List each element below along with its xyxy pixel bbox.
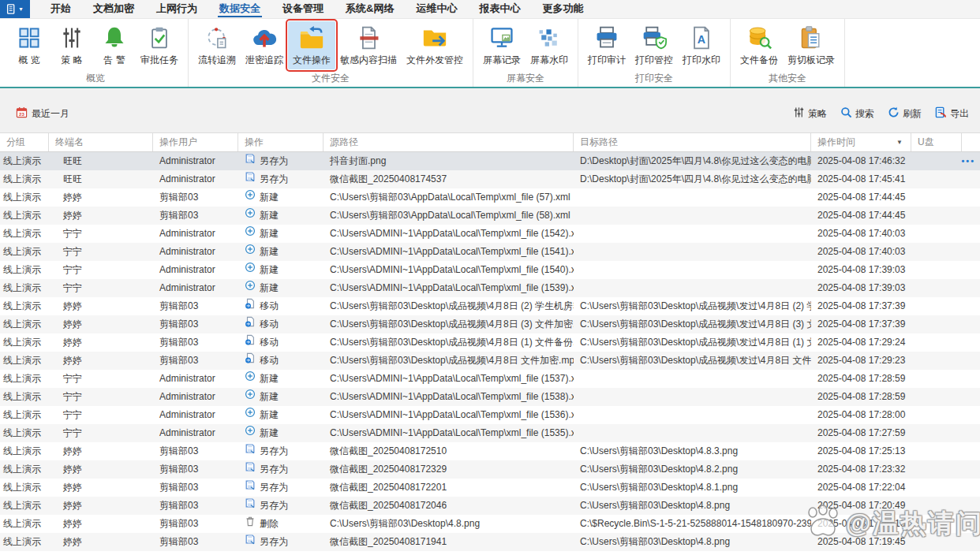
ribbon-item-policy-item[interactable]: 策 略 xyxy=(50,21,93,69)
column-header-label: 操作 xyxy=(245,136,264,147)
ribbon-item-label: 打印水印 xyxy=(683,54,720,67)
table-row[interactable]: 线上演示婷婷剪辑部03另存为微信截图_20250408172046C:\User… xyxy=(0,497,980,515)
export-button[interactable]: 导出 xyxy=(935,106,969,121)
operation-label: 移动 xyxy=(260,315,279,333)
ribbon-item-sensitive-content-scan[interactable]: 敏感内容扫描 xyxy=(335,21,402,69)
table-row[interactable]: 线上演示婷婷剪辑部03另存为微信截图_20250408172329C:\User… xyxy=(0,460,980,479)
table-row[interactable]: 线上演示婷婷剪辑部03新建C:\Users\剪辑部03\AppData\Loca… xyxy=(0,207,980,225)
table-row[interactable]: 线上演示婷婷剪辑部03移动C:\Users\剪辑部03\Desktop\成品视频… xyxy=(0,333,980,352)
cell-time: 2025-04-08 17:40:03 xyxy=(811,243,911,261)
cell-group: 线上演示 xyxy=(0,261,49,279)
cell-op: 另存为 xyxy=(238,442,324,460)
table-row[interactable]: 线上演示宁宁Administrator新建C:\Users\ADMINI~1\A… xyxy=(0,388,980,406)
tab-ops-center[interactable]: 运维中心 xyxy=(405,0,468,18)
table-row[interactable]: 线上演示婷婷剪辑部03移动C:\Users\剪辑部03\Desktop\成品视频… xyxy=(0,352,980,370)
column-header-label: 源路径 xyxy=(330,136,358,147)
cell-source: C:\Users\ADMINI~1\AppData\Local\Temp\xml… xyxy=(324,424,574,442)
cell-time: 2025-04-08 17:22:04 xyxy=(811,479,911,497)
table-row[interactable]: 线上演示宁宁Administrator新建C:\Users\ADMINI~1\A… xyxy=(0,261,980,279)
cell-op: 另存为 xyxy=(238,479,324,497)
ribbon-item-print-watermark[interactable]: A打印水印 xyxy=(678,21,725,69)
cell-source: C:\Users\剪辑部03\Desktop\成品视频\4月8日 (1) 文件备… xyxy=(324,333,574,352)
cell-usb xyxy=(911,406,962,424)
tab-device-mgmt[interactable]: 设备管理 xyxy=(271,0,335,18)
tab-data-security[interactable]: 数据安全 xyxy=(208,0,271,18)
grid-icon xyxy=(17,23,42,53)
table-row[interactable]: 线上演示旺旺Administrator另存为微信截图_2025040817453… xyxy=(0,170,980,188)
ribbon-item-print-control[interactable]: 打印管控 xyxy=(630,21,678,69)
table-row[interactable]: 线上演示婷婷剪辑部03新建C:\Users\剪辑部03\AppData\Loca… xyxy=(0,188,980,207)
cell-group: 线上演示 xyxy=(0,479,49,497)
cell-user: 剪辑部03 xyxy=(153,442,238,460)
ribbon-item-file-operations[interactable]: 文件操作 xyxy=(288,21,335,69)
column-header-user[interactable]: 操作用户 xyxy=(153,133,238,151)
operation-label: 移动 xyxy=(260,333,279,352)
ribbon-item-approval-tasks[interactable]: 审批任务 xyxy=(136,21,183,69)
cell-target: D:\Desktop\封面\2025年\四月\4.8\你见过这么变态的电脑监..… xyxy=(574,152,811,170)
ribbon-item-file-outgoing-control[interactable]: 文件外发管控 xyxy=(402,21,468,69)
clipboard-doc-icon xyxy=(799,23,824,53)
ribbon-item-label: 文件外发管控 xyxy=(406,54,463,67)
column-header-source[interactable]: 源路径 xyxy=(324,133,574,151)
tab-report-center[interactable]: 报表中心 xyxy=(468,0,531,18)
refresh-button[interactable]: 刷新 xyxy=(888,106,922,121)
cell-group: 线上演示 xyxy=(0,406,49,424)
operation-label: 移动 xyxy=(260,297,279,315)
table-row[interactable]: 线上演示旺旺Administrator另存为抖音封面.pngD:\Desktop… xyxy=(0,152,980,170)
ribbon-group-overview: 概 览策 略告 警审批任务概览 xyxy=(3,19,189,87)
table-row[interactable]: 线上演示婷婷剪辑部03移动C:\Users\剪辑部03\Desktop\成品视频… xyxy=(0,315,980,333)
toolbar-actions: 策略搜索刷新导出 xyxy=(793,106,969,121)
cell-terminal: 宁宁 xyxy=(49,279,153,297)
ribbon-item-label: 打印管控 xyxy=(635,54,673,67)
tab-start[interactable]: 开始 xyxy=(39,0,82,18)
date-range-filter[interactable]: 23 最近一月 xyxy=(16,106,69,121)
svg-text:A: A xyxy=(698,33,705,46)
ribbon-item-screen-record[interactable]: 屏幕记录 xyxy=(478,21,526,69)
column-header-terminal[interactable]: 终端名 xyxy=(49,133,153,151)
policy-button[interactable]: 策略 xyxy=(793,106,827,121)
filter-caret-icon[interactable]: ▼ xyxy=(896,133,903,151)
cell-usb xyxy=(911,352,962,370)
move-operation-icon xyxy=(245,333,256,352)
table-row[interactable]: 线上演示宁宁Administrator新建C:\Users\ADMINI~1\A… xyxy=(0,225,980,243)
column-header-target[interactable]: 目标路径 xyxy=(574,133,811,151)
table-row[interactable]: 线上演示宁宁Administrator新建C:\Users\ADMINI~1\A… xyxy=(0,370,980,388)
ribbon-item-label: 敏感内容扫描 xyxy=(340,54,397,67)
ribbon-item-leak-trace[interactable]: 泄密追踪 xyxy=(241,21,288,69)
ribbon-item-circulation-trace[interactable]: 流转追溯 xyxy=(193,21,241,69)
tab-system-network[interactable]: 系统&网络 xyxy=(335,0,405,18)
cell-op: 新建 xyxy=(238,261,324,279)
operation-label: 删除 xyxy=(260,515,279,533)
ribbon-group-label: 概览 xyxy=(8,72,183,87)
column-header-op[interactable]: 操作 xyxy=(238,133,324,151)
table-row[interactable]: 线上演示宁宁Administrator新建C:\Users\ADMINI~1\A… xyxy=(0,424,980,442)
search-button[interactable]: 搜索 xyxy=(840,106,874,121)
new-operation-icon xyxy=(245,406,256,424)
table-row[interactable]: 线上演示婷婷剪辑部03另存为微信截图_20250408171941C:\User… xyxy=(0,533,980,551)
table-row[interactable]: 线上演示宁宁Administrator新建C:\Users\ADMINI~1\A… xyxy=(0,243,980,261)
ribbon-item-alerts-item[interactable]: 告 警 xyxy=(93,21,136,69)
table-row[interactable]: 线上演示 xyxy=(0,551,980,555)
app-menu-button[interactable]: ▼ xyxy=(0,0,30,18)
tab-doc-encrypt[interactable]: 文档加密 xyxy=(82,0,145,18)
table-row[interactable]: 线上演示婷婷剪辑部03另存为微信截图_20250408172510C:\User… xyxy=(0,442,980,460)
tab-more-features[interactable]: 更多功能 xyxy=(531,0,594,18)
cell-usb xyxy=(911,551,962,555)
table-row[interactable]: 线上演示婷婷剪辑部03另存为微信截图_20250408172201C:\User… xyxy=(0,479,980,497)
tab-web-behavior[interactable]: 上网行为 xyxy=(145,0,208,18)
cell-terminal: 婷婷 xyxy=(49,207,153,225)
ribbon-item-screen-watermark[interactable]: 屏幕水印 xyxy=(526,21,573,69)
table-row[interactable]: 线上演示宁宁Administrator新建C:\Users\ADMINI~1\A… xyxy=(0,279,980,297)
table-row[interactable]: 线上演示婷婷剪辑部03移动C:\Users\剪辑部03\Desktop\成品视频… xyxy=(0,297,980,315)
column-header-usb[interactable]: U盘 xyxy=(911,133,962,151)
table-row[interactable]: 线上演示婷婷剪辑部03删除C:\Users\剪辑部03\Desktop\4.8.… xyxy=(0,515,980,533)
ribbon-item-file-backup[interactable]: 文件备份 xyxy=(735,21,783,69)
ribbon-item-overview-item[interactable]: 概 览 xyxy=(8,21,50,69)
ribbon-item-clipboard-record[interactable]: 剪切板记录 xyxy=(783,21,840,69)
column-header-time[interactable]: 操作时间▼ xyxy=(811,133,911,151)
table-row[interactable]: 线上演示宁宁Administrator新建C:\Users\ADMINI~1\A… xyxy=(0,406,980,424)
row-more-menu-icon[interactable]: ••• xyxy=(961,152,975,170)
ribbon-item-print-audit[interactable]: 打印审计 xyxy=(583,21,630,69)
column-header-group[interactable]: 分组 xyxy=(0,133,49,151)
toolbar-action-label: 策略 xyxy=(808,107,827,121)
